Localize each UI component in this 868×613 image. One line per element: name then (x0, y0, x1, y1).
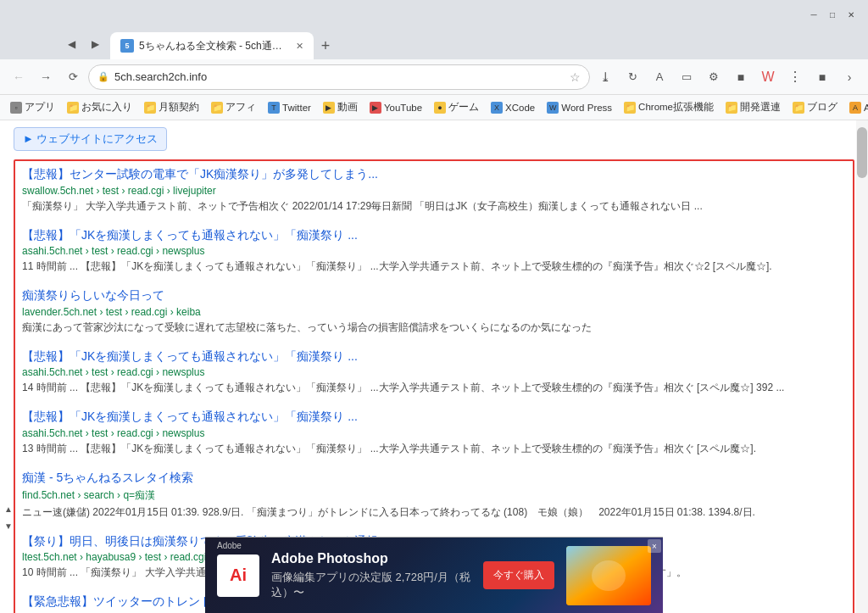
extension2-icon[interactable]: ■ (810, 65, 834, 89)
favorites-icon: 📁 (67, 102, 79, 114)
menu-icon[interactable]: ⋮ (783, 65, 807, 89)
result-snippet: 13 時間前 ... 【悲報】「JKを痴漢しまくっても通報されない」「痴漢祭り」… (22, 441, 846, 456)
bookmark-twitter[interactable]: T Twitter (263, 98, 316, 118)
reload-button[interactable]: ⟳ (61, 65, 85, 89)
ad-title: Adobe Photoshop (271, 551, 471, 566)
bookmark-wordpress[interactable]: W Word Press (542, 98, 617, 118)
bookmark-chrome-ext[interactable]: 📁 Chrome拡張機能 (619, 98, 719, 118)
result-url: asahi.5ch.net › test › read.cgi › newspl… (22, 427, 846, 439)
active-tab[interactable]: 5 5ちゃんねる全文検索 - 5ch通示窓 ✕ (110, 32, 314, 59)
result-title-link[interactable]: 【悲報】「JKを痴漢しまくっても通報されない」「痴漢祭り ... (22, 409, 846, 426)
result-title-link[interactable]: 痴漢祭りらしいな今日って (22, 287, 846, 304)
tab-favicon: 5 (120, 39, 134, 53)
result-item: 【悲報】「JKを痴漢しまくっても通報されない」「痴漢祭り ... asahi.5… (22, 348, 846, 396)
bookmark-aoe4[interactable]: A AoE4 (844, 98, 868, 118)
download-icon[interactable]: ⤓ (593, 65, 617, 89)
result-snippet: 「痴漢祭り」 大学入学共通テスト前、ネットで予告相次ぐ 2022/01/14 1… (22, 198, 846, 214)
new-tab-button[interactable]: + (314, 34, 337, 58)
scrollbar-thumb[interactable] (857, 127, 867, 178)
title-bar: ─ □ ✕ (0, 0, 868, 29)
result-title-link[interactable]: 痴漢 - 5ちゃんねるスレタイ検索 (22, 470, 846, 487)
forward-nav-button[interactable]: → (34, 65, 58, 89)
scroll-up-button[interactable]: ▲ (1, 501, 16, 516)
browser-action-icons: ⤓ ↻ A ▭ ⚙ ■ W ⋮ ■ › (593, 65, 861, 89)
bookmark-youtube[interactable]: ▶ YouTube (364, 98, 427, 118)
result-title-link[interactable]: 【悲報】「JKを痴漢しまくっても通報されない」「痴漢祭り ... (22, 348, 846, 365)
bookmark-aoe4-label: AoE4 (864, 103, 868, 113)
ad-close-button[interactable]: × (648, 539, 661, 553)
more-icon[interactable]: › (837, 65, 861, 89)
bookmark-game[interactable]: ● ゲーム (429, 98, 484, 118)
tab-bar: ◀ ▶ 5 5ちゃんねる全文検索 - 5ch通示窓 ✕ + (0, 29, 868, 59)
twitter-icon: T (268, 102, 280, 114)
profile-icon[interactable]: W (756, 65, 780, 89)
result-url: lavender.5ch.net › test › read.cgi › kei… (22, 306, 846, 318)
result-title-link[interactable]: 【悲報】センター試験の電車で「JK痴漢祭り」が多発してしまう... (22, 166, 846, 183)
dev-icon: 📁 (726, 102, 737, 114)
game-icon: ● (434, 102, 446, 114)
result-url: find.5ch.net › search › q=痴漢 (22, 488, 846, 503)
bookmark-video[interactable]: ▶ 動画 (318, 98, 363, 118)
result-item: 痴漢 - 5ちゃんねるスレタイ検索 find.5ch.net › search … (22, 470, 846, 520)
bookmark-twitter-label: Twitter (282, 103, 311, 113)
bookmark-chrome-ext-label: Chrome拡張機能 (638, 101, 714, 114)
sync-icon[interactable]: ↻ (620, 65, 644, 89)
page-scrollbar[interactable] (856, 120, 868, 613)
bookmark-xcode[interactable]: X XCode (486, 98, 540, 118)
result-url: asahi.5ch.net › test › read.cgi › newspl… (22, 366, 846, 378)
maximize-button[interactable]: □ (826, 8, 839, 21)
extension-icon[interactable]: ■ (729, 65, 753, 89)
ad-close-label: × (652, 542, 657, 551)
result-item: 【悲報】「JKを痴漢しまくっても通報されない」「痴漢祭り ... asahi.5… (22, 227, 846, 275)
bookmark-wordpress-label: Word Press (561, 103, 612, 113)
website-access-button[interactable]: ► ウェブサイトにアクセス (14, 127, 167, 151)
forward-button[interactable]: ▶ (83, 32, 107, 56)
bookmark-blog[interactable]: 📁 ブログ (787, 98, 843, 118)
ad-cta-button[interactable]: 今すぐ購入 (483, 561, 554, 589)
result-url: swallow.5ch.net › test › read.cgi › live… (22, 185, 846, 197)
back-nav-button[interactable]: ← (7, 65, 31, 89)
ad-subtitle: 画像編集アプリの決定版 2,728円/月（税込）〜 (271, 570, 471, 600)
tab-close-button[interactable]: ✕ (296, 41, 303, 52)
bookmark-game-label: ゲーム (448, 101, 479, 114)
back-button[interactable]: ◀ (59, 32, 83, 56)
settings-icon[interactable]: ⚙ (702, 65, 726, 89)
bookmark-xcode-label: XCode (505, 103, 535, 113)
chrome-ext-icon: 📁 (624, 102, 636, 114)
bookmark-monthly-label: 月額契約 (159, 101, 199, 114)
bookmarks-bar: ▫ アプリ 📁 お気に入り 📁 月額契約 📁 アフィ T Twitter ▶ 動… (0, 95, 868, 120)
minimize-button[interactable]: ─ (807, 8, 821, 21)
affiliate-icon: 📁 (211, 102, 223, 114)
website-btn-label: ► ウェブサイトにアクセス (23, 131, 158, 147)
bookmark-favorites[interactable]: 📁 お気に入り (62, 98, 137, 118)
nav-bar: ← → ⟳ 🔒 ☆ ⤓ ↻ A ▭ ⚙ ■ W ⋮ ■ › (0, 59, 868, 95)
bookmark-video-label: 動画 (337, 101, 358, 114)
blog-icon: 📁 (793, 102, 804, 114)
result-title-link[interactable]: 【悲報】「JKを痴漢しまくっても通報されない」「痴漢祭り ... (22, 227, 846, 244)
svg-point-1 (592, 560, 626, 591)
result-url: asahi.5ch.net › test › read.cgi › newspl… (22, 245, 846, 257)
bookmark-monthly[interactable]: 📁 月額契約 (139, 98, 204, 118)
tab-title: 5ちゃんねる全文検索 - 5ch通示窓 (139, 39, 291, 53)
cast-icon[interactable]: ▭ (675, 65, 698, 89)
window-controls: ─ □ ✕ (807, 8, 858, 21)
ad-image (566, 546, 651, 605)
result-item: 痴漢祭りらしいな今日って lavender.5ch.net › test › r… (22, 287, 846, 335)
ad-brand-label: Adobe (217, 541, 242, 550)
bookmark-apps[interactable]: ▫ アプリ (5, 98, 60, 118)
translate-icon[interactable]: A (648, 65, 671, 89)
result-snippet: ニュー速(嫌儲) 2022年01月15日 01:39. 928.9/日. 「痴漢… (22, 504, 846, 520)
bookmark-affiliate[interactable]: 📁 アフィ (206, 98, 261, 118)
bookmark-youtube-label: YouTube (384, 103, 422, 113)
monthly-icon: 📁 (144, 102, 156, 114)
bookmark-apps-label: アプリ (25, 101, 55, 114)
ad-text: Adobe Photoshop 画像編集アプリの決定版 2,728円/月（税込）… (271, 551, 471, 600)
scroll-down-button[interactable]: ▼ (1, 518, 16, 533)
bookmark-favorites-label: お気に入り (81, 101, 132, 114)
bookmark-dev[interactable]: 📁 開発選連 (721, 98, 786, 118)
star-icon[interactable]: ☆ (570, 70, 581, 84)
bookmark-blog-label: ブログ (807, 101, 837, 114)
aoe4-icon: A (849, 102, 861, 114)
address-input[interactable] (114, 70, 565, 83)
close-button[interactable]: ✕ (844, 8, 858, 21)
